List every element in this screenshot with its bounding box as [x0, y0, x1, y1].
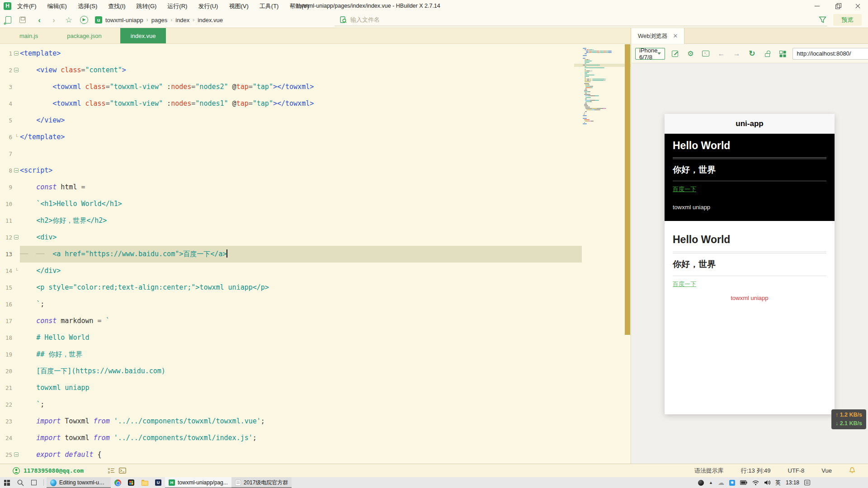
code-line[interactable]: </template>	[20, 129, 582, 145]
security-button[interactable]	[763, 49, 772, 58]
code-line[interactable]: </div>	[20, 263, 582, 279]
scrollbar-thumb[interactable]	[625, 44, 630, 335]
task-view-button[interactable]	[27, 477, 41, 488]
code-line[interactable]: import Towxml from '../../components/tow…	[20, 413, 582, 430]
run-button[interactable]: ▶	[78, 12, 90, 28]
code-editor[interactable]: 123456└7891011121314└1516171819202122232…	[0, 44, 631, 464]
nav-back-button[interactable]: ‹	[33, 12, 45, 28]
code-line[interactable]: `<h1>Hello World</h1>	[20, 196, 582, 212]
code-line[interactable]: ── ── <a href="https://www.baidu.com">百度…	[20, 246, 582, 263]
nav-forward-button[interactable]: ›	[48, 12, 60, 28]
tab-index.vue[interactable]: index.vue	[120, 28, 166, 43]
fold-toggle-icon[interactable]	[14, 68, 19, 72]
preview-button[interactable]: 预览	[833, 14, 862, 26]
url-input[interactable]	[793, 48, 868, 60]
menu-文件[interactable]: 文件(F)	[12, 0, 42, 12]
code-line[interactable]: </view>	[20, 112, 582, 129]
code-line[interactable]: [百度一下](https://www.baidu.com)	[20, 363, 582, 380]
tray-star-icon[interactable]: ✱	[729, 480, 735, 486]
wifi-icon[interactable]	[752, 480, 759, 485]
file-type[interactable]: Vue	[821, 467, 832, 474]
fold-toggle-icon[interactable]	[14, 51, 19, 56]
minimize-button[interactable]	[807, 0, 827, 12]
taskbar-app-edge[interactable]: Editing towxml-unia...	[47, 477, 111, 488]
code-line[interactable]: const markdown = `	[20, 313, 582, 329]
code-line[interactable]: # Hello World	[20, 329, 582, 346]
menu-运行[interactable]: 运行(R)	[162, 0, 193, 12]
code-line[interactable]: <towxml class="towxml-view" :nodes="node…	[20, 79, 582, 95]
breadcrumb-item[interactable]: index	[175, 17, 189, 23]
code-line[interactable]: `;	[20, 396, 582, 413]
menu-查找[interactable]: 查找(I)	[103, 0, 131, 12]
code-line[interactable]: const html =	[20, 179, 582, 196]
baidu-link-light[interactable]: 百度一下	[673, 280, 696, 288]
taskbar-app-qq-group[interactable]: 2017级电院官方群	[231, 477, 292, 488]
maximize-button[interactable]	[827, 0, 848, 12]
list-icon[interactable]	[108, 468, 114, 474]
code-line[interactable]: towxml uniapp	[20, 380, 582, 396]
baidu-link-dark[interactable]: 百度一下	[673, 185, 696, 193]
taskbar-app-hbuilderx[interactable]: Htowxml-uniapp/pag...	[165, 477, 231, 488]
save-button[interactable]	[17, 12, 28, 28]
terminal-icon[interactable]	[119, 468, 126, 474]
vertical-scrollbar[interactable]	[624, 44, 631, 464]
minimap[interactable]	[582, 44, 624, 464]
clock[interactable]: 13:18	[786, 479, 799, 486]
menu-跳转[interactable]: 跳转(G)	[131, 0, 162, 12]
close-tab-icon[interactable]: ✕	[673, 33, 678, 39]
start-button[interactable]	[0, 477, 14, 488]
taskbar-app-u-app[interactable]: U	[151, 477, 165, 488]
code-line[interactable]: ## 你好，世界	[20, 346, 582, 363]
qr-code-button[interactable]	[778, 49, 787, 58]
tab-package.json[interactable]: package.json	[57, 28, 112, 43]
code-line[interactable]: <div>	[20, 229, 582, 246]
code-pane[interactable]: <template> <view class="content"> <towxm…	[20, 45, 582, 463]
fold-toggle-icon[interactable]	[14, 235, 19, 239]
browser-back-button[interactable]: ←	[717, 49, 726, 58]
input-language-indicator[interactable]: 英	[775, 479, 781, 487]
menu-选择[interactable]: 选择(S)	[72, 0, 103, 12]
search-input[interactable]	[350, 16, 827, 23]
device-select[interactable]: iPhone 6/7/8	[635, 48, 665, 60]
code-line[interactable]: `;	[20, 296, 582, 313]
open-external-button[interactable]	[670, 49, 679, 58]
code-line[interactable]: export default {	[20, 446, 582, 463]
breadcrumb-item[interactable]: towxml-uniapp	[105, 17, 143, 23]
encoding[interactable]: UTF-8	[788, 467, 805, 474]
code-line[interactable]: <script>	[20, 162, 582, 179]
bookmark-button[interactable]: ☆	[63, 12, 75, 28]
action-center-icon[interactable]	[804, 480, 810, 485]
breadcrumb-item[interactable]: index.vue	[198, 17, 223, 23]
code-line[interactable]: <p style="color:red;text-align:center;">…	[20, 279, 582, 296]
onedrive-cloud-icon[interactable]: ☁	[718, 479, 724, 486]
taskbar-app-microsoft-store[interactable]	[124, 477, 138, 488]
fold-toggle-icon[interactable]	[14, 168, 19, 173]
taskbar-app-chrome[interactable]	[111, 477, 124, 488]
hidden-icons-chevron[interactable]: ▲	[709, 480, 713, 485]
code-line[interactable]: import towxml from '../../components/tow…	[20, 430, 582, 446]
fold-toggle-icon[interactable]	[14, 452, 19, 457]
file-search-box[interactable]	[335, 14, 827, 26]
code-line[interactable]: <towxml class="towxml-view" :nodes="node…	[20, 95, 582, 112]
refresh-button[interactable]: ↻	[747, 49, 756, 58]
close-button[interactable]	[848, 0, 868, 12]
filter-funnel-icon[interactable]	[819, 16, 826, 23]
code-line[interactable]: <view class="content">	[20, 62, 582, 79]
syntax-lib-status[interactable]: 语法提示库	[694, 467, 724, 475]
menu-编辑[interactable]: 编辑(E)	[42, 0, 72, 12]
battery-icon[interactable]	[740, 480, 747, 485]
speaker-icon[interactable]	[764, 480, 770, 485]
console-button[interactable]: ›_	[701, 49, 710, 58]
taskbar-search-button[interactable]	[14, 477, 27, 488]
code-line[interactable]: <template>	[20, 45, 582, 62]
breadcrumb-item[interactable]: pages	[151, 17, 167, 23]
code-line[interactable]	[20, 145, 582, 162]
code-line[interactable]: <h2>你好，世界</h2>	[20, 212, 582, 229]
bell-icon[interactable]	[849, 467, 855, 474]
settings-button[interactable]: ⚙	[686, 49, 695, 58]
tab-web-browser[interactable]: Web浏览器 ✕	[632, 28, 684, 44]
tray-app-icon[interactable]	[698, 480, 704, 486]
browser-forward-button[interactable]: →	[732, 49, 741, 58]
taskbar-app-file-explorer[interactable]	[138, 477, 151, 488]
tab-main.js[interactable]: main.js	[9, 28, 48, 43]
